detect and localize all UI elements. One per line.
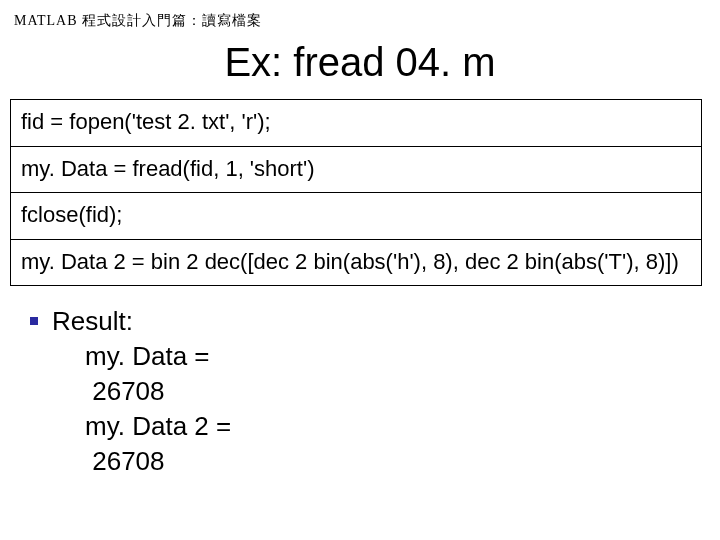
table-row: fclose(fid); [11, 193, 702, 240]
result-value-2: 26708 [30, 444, 720, 479]
result-value-1: 26708 [30, 374, 720, 409]
table-row: fid = fopen('test 2. txt', 'r'); [11, 100, 702, 147]
result-line-1: my. Data = [30, 339, 720, 374]
slide-title: Ex: fread 04. m [0, 40, 720, 85]
code-cell-3: fclose(fid); [11, 193, 702, 240]
code-cell-1: fid = fopen('test 2. txt', 'r'); [11, 100, 702, 147]
bullet-icon [30, 317, 38, 325]
result-block: Result: my. Data = 26708 my. Data 2 = 26… [0, 304, 720, 479]
header-caption: MATLAB 程式設計入門篇：讀寫檔案 [0, 12, 720, 30]
code-cell-4: my. Data 2 = bin 2 dec([dec 2 bin(abs('h… [11, 239, 702, 286]
result-heading: Result: [30, 304, 720, 339]
slide: MATLAB 程式設計入門篇：讀寫檔案 Ex: fread 04. m fid … [0, 0, 720, 540]
table-row: my. Data = fread(fid, 1, 'short') [11, 146, 702, 193]
result-label: Result: [52, 304, 133, 339]
result-line-2: my. Data 2 = [30, 409, 720, 444]
table-row: my. Data 2 = bin 2 dec([dec 2 bin(abs('h… [11, 239, 702, 286]
code-table: fid = fopen('test 2. txt', 'r'); my. Dat… [10, 99, 702, 286]
code-cell-2: my. Data = fread(fid, 1, 'short') [11, 146, 702, 193]
